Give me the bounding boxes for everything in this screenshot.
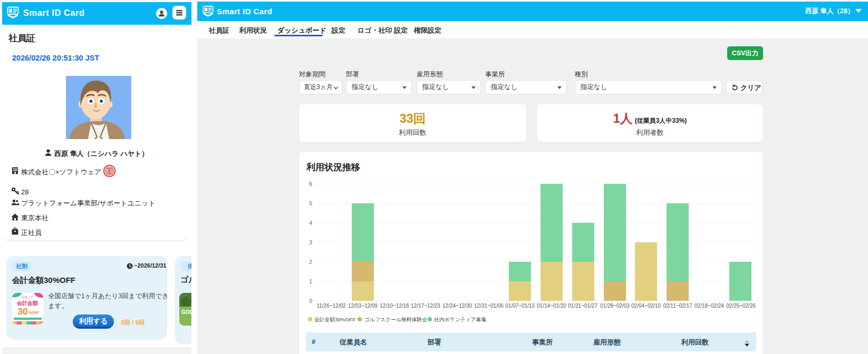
svg-text:5: 5 xyxy=(309,200,312,206)
svg-text:会計金額: 会計金額 xyxy=(16,300,38,306)
svg-text:社内ボランティア募集: 社内ボランティア募集 xyxy=(434,317,487,322)
svg-text:12/10~12/16: 12/10~12/16 xyxy=(380,303,409,309)
svg-text:6: 6 xyxy=(309,181,312,187)
svg-text:1: 1 xyxy=(309,278,312,284)
svg-text:ゴルフスクール無料体験会: ゴルフスクール無料体験会 xyxy=(364,317,427,322)
svg-text:11/26~12/02: 11/26~12/02 xyxy=(316,303,346,309)
svg-text:01/28~02/03: 01/28~02/03 xyxy=(600,303,630,309)
svg-text:%OFF: %OFF xyxy=(28,311,40,314)
svg-text:12/17~12/23: 12/17~12/23 xyxy=(411,303,440,309)
svg-text:GOL: GOL xyxy=(181,309,191,315)
svg-text:12/24~12/30: 12/24~12/30 xyxy=(442,303,472,309)
svg-text:12/03~12/09: 12/03~12/09 xyxy=(348,303,378,309)
svg-text:30: 30 xyxy=(18,307,28,317)
svg-text:02/04~02/10: 02/04~02/10 xyxy=(631,303,661,309)
svg-text:0: 0 xyxy=(309,298,312,304)
svg-text:2: 2 xyxy=(309,259,312,265)
svg-text:01/07~01/13: 01/07~01/13 xyxy=(505,303,535,309)
svg-text:12/31~01/06: 12/31~01/06 xyxy=(474,303,504,309)
svg-text:4: 4 xyxy=(309,220,312,226)
svg-text:02/11~02/17: 02/11~02/17 xyxy=(663,303,692,309)
svg-text:02/18~02/24: 02/18~02/24 xyxy=(695,303,724,309)
svg-text:01/14~01/20: 01/14~01/20 xyxy=(537,303,566,309)
svg-text:社員フマ: 社員フマ xyxy=(22,296,34,299)
svg-text:会計金額30%OFF: 会計金額30%OFF xyxy=(314,317,355,322)
svg-text:02/25~02/26: 02/25~02/26 xyxy=(726,303,756,309)
svg-text:01/21~01/27: 01/21~01/27 xyxy=(568,303,597,309)
svg-text:3: 3 xyxy=(309,239,312,245)
